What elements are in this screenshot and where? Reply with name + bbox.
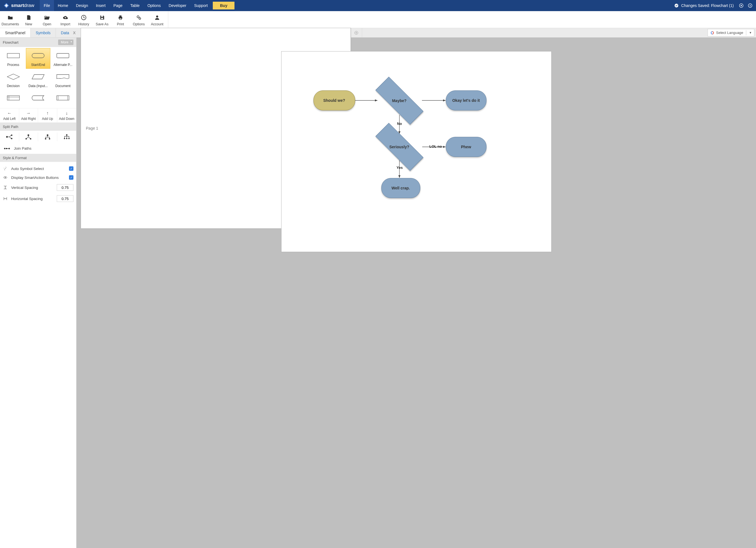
help-icon[interactable]: ? [748, 3, 753, 8]
gears-icon [136, 14, 142, 21]
shape-document[interactable]: Document [51, 69, 75, 90]
svg-rect-9 [101, 18, 103, 19]
join-paths-icon [4, 147, 10, 150]
menu-design[interactable]: Design [72, 0, 92, 11]
google-icon [710, 31, 715, 35]
folder-icon [7, 14, 13, 21]
menu-page[interactable]: Page [110, 0, 127, 11]
toolbar: DocumentsNewOpenImportHistorySave AsPrin… [0, 11, 756, 28]
svg-rect-21 [57, 53, 69, 58]
panel-tab-symbols[interactable]: Symbols [31, 28, 56, 37]
edge-label: LOL no [429, 144, 442, 149]
logo-icon [3, 3, 9, 9]
auto-symbol-select-row[interactable]: Auto Symbol Select [3, 164, 73, 173]
save-status-text: Changes Saved: Flowchart (1) [681, 3, 734, 8]
menubar: smartdraw FileHomeDesignInsertPageTableO… [0, 0, 756, 11]
language-picker-label: Select Language [716, 31, 743, 35]
language-picker[interactable]: Select Language ▼ [708, 29, 755, 36]
smartpanel-label: SmartPanel [0, 28, 31, 37]
horizontal-spacing-row: Horizontal Spacing [3, 193, 73, 204]
split-option-2[interactable] [19, 132, 38, 141]
display-smartaction-checkbox[interactable] [69, 175, 73, 180]
tool-history[interactable]: History [75, 13, 93, 26]
svg-point-47 [5, 177, 6, 178]
shape-internal-storage[interactable] [1, 90, 25, 107]
menu-home[interactable]: Home [54, 0, 72, 11]
split-option-1[interactable] [0, 132, 19, 141]
buy-button[interactable]: Buy [213, 2, 234, 9]
tool-open[interactable]: Open [38, 13, 56, 26]
arrow-icon: ↓ [66, 111, 68, 116]
split-option-4[interactable] [57, 132, 76, 141]
shape-diamond[interactable]: Decision [1, 69, 25, 90]
menu-developer[interactable]: Developer [165, 0, 190, 11]
flow-node-process[interactable]: Well crap. [381, 178, 420, 198]
print-icon [117, 14, 123, 21]
svg-marker-22 [7, 74, 19, 80]
menu-table[interactable]: Table [126, 0, 143, 11]
shape-predefined[interactable] [51, 90, 75, 107]
flow-node-process[interactable]: Okay let's do it [446, 90, 486, 110]
shape-round-rect[interactable]: Alternate P... [51, 48, 75, 69]
shape-parallelogram[interactable]: Data (Input... [26, 69, 50, 90]
close-icon[interactable]: X [73, 31, 75, 35]
tool-import[interactable]: Import [56, 13, 75, 26]
svg-point-42 [68, 138, 70, 139]
svg-point-43 [4, 148, 6, 149]
brand-left: smart [11, 3, 24, 8]
flow-node-process[interactable]: Phew [446, 137, 486, 157]
clock-icon [81, 14, 87, 21]
auto-symbol-checkbox[interactable] [69, 166, 73, 171]
tool-options[interactable]: Options [130, 13, 148, 26]
add-down-button[interactable]: ↓Add Down [57, 108, 76, 122]
arrow-icon: → [26, 111, 31, 116]
split-option-3[interactable] [38, 132, 57, 141]
display-smartaction-row[interactable]: Display SmartAction Buttons [3, 173, 73, 182]
add-up-button[interactable]: ↑Add Up [38, 108, 57, 122]
brand-right: draw [24, 3, 34, 8]
add-left-button[interactable]: ←Add Left [0, 108, 19, 122]
save-status: Changes Saved: Flowchart (1) [674, 3, 734, 8]
svg-point-33 [28, 134, 29, 136]
cloud-up-icon [62, 14, 68, 21]
svg-point-34 [26, 138, 27, 140]
edge-label: Yes [397, 166, 403, 170]
feedback-icon[interactable] [739, 3, 744, 8]
svg-rect-19 [7, 53, 19, 58]
page-canvas[interactable]: Should we?Maybe?Okay let's do itSeriousl… [281, 51, 551, 252]
svg-rect-11 [119, 16, 121, 17]
svg-point-37 [45, 138, 46, 140]
add-page-button[interactable] [351, 28, 362, 37]
shape-rect[interactable]: Process [1, 48, 25, 69]
arrow-icon: ↑ [46, 111, 49, 116]
tab-row: SmartPanel SymbolsDataX Page 1 Select La… [0, 28, 756, 38]
flow-node-start[interactable]: Should we? [313, 90, 355, 110]
menu-support[interactable]: Support [190, 0, 212, 11]
tool-new[interactable]: New [19, 13, 38, 26]
vertical-spacing-input[interactable] [57, 184, 73, 191]
shapes-more-button[interactable]: More [58, 40, 73, 45]
flow-node-decision[interactable]: Maybe? [375, 85, 424, 116]
svg-point-38 [49, 138, 50, 140]
shape-stored-data[interactable] [26, 90, 50, 107]
svg-point-40 [64, 138, 65, 139]
svg-point-45 [9, 148, 10, 149]
svg-point-41 [66, 138, 67, 139]
menu-file[interactable]: File [40, 0, 54, 11]
panel-tab-data[interactable]: DataX [56, 28, 81, 37]
smartpanel-sidebar: Flowchart More ProcessStart/EndAlternate… [0, 38, 76, 548]
flow-node-decision[interactable]: Seriously? [375, 132, 424, 162]
svg-point-32 [11, 138, 12, 139]
svg-point-15 [156, 16, 158, 18]
tool-documents[interactable]: Documents [1, 13, 19, 26]
svg-point-36 [47, 134, 48, 136]
tool-account[interactable]: Account [148, 13, 166, 26]
tool-save-as[interactable]: Save As [93, 13, 111, 26]
horizontal-spacing-input[interactable] [57, 195, 73, 202]
add-right-button[interactable]: →Add Right [19, 108, 38, 122]
menu-insert[interactable]: Insert [92, 0, 110, 11]
join-paths-button[interactable]: Join Paths [0, 143, 76, 154]
shape-terminator[interactable]: Start/End [26, 48, 50, 69]
tool-print[interactable]: Print [111, 13, 130, 26]
menu-options[interactable]: Options [144, 0, 165, 11]
